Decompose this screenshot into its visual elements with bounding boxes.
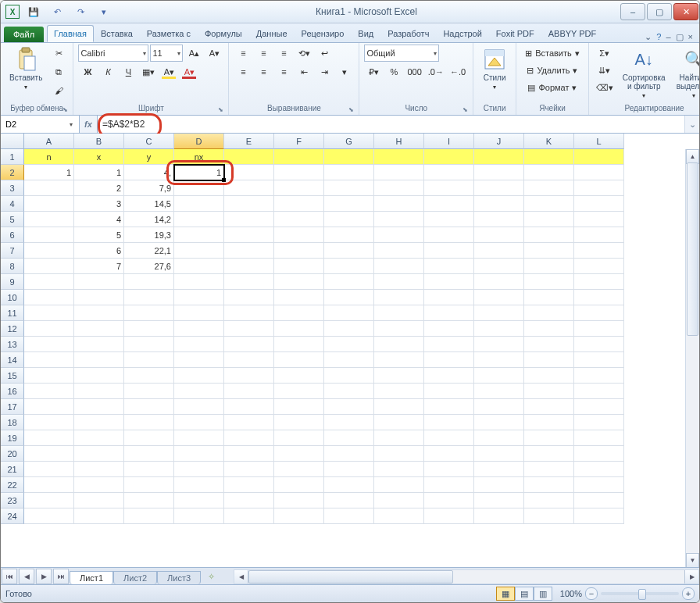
cell[interactable] bbox=[324, 196, 374, 212]
cell[interactable] bbox=[174, 196, 224, 212]
hscroll-thumb[interactable] bbox=[248, 570, 453, 583]
cell[interactable] bbox=[24, 212, 74, 227]
cell[interactable] bbox=[474, 368, 524, 384]
cell[interactable] bbox=[324, 180, 374, 196]
scroll-right-button[interactable]: ▶ bbox=[684, 570, 698, 583]
cell[interactable] bbox=[324, 446, 374, 462]
cell[interactable] bbox=[274, 415, 324, 430]
delete-cells-button[interactable]: ⊟ Удалить▾ bbox=[521, 62, 584, 79]
cell[interactable] bbox=[424, 196, 474, 212]
cell[interactable] bbox=[574, 180, 624, 196]
column-header[interactable]: A bbox=[24, 134, 74, 149]
cell[interactable] bbox=[274, 212, 324, 227]
name-box[interactable]: ▾ bbox=[1, 116, 80, 133]
cell[interactable] bbox=[24, 415, 74, 430]
ribbon-minimize-icon[interactable]: ⌄ bbox=[645, 32, 652, 42]
row-header[interactable]: 24 bbox=[1, 508, 24, 524]
cell[interactable] bbox=[174, 399, 224, 415]
wrap-text-button[interactable]: ↩ bbox=[315, 45, 334, 62]
cell[interactable] bbox=[224, 165, 274, 180]
cell[interactable] bbox=[24, 446, 74, 462]
tab-рецензиро[interactable]: Рецензиро bbox=[295, 25, 352, 42]
italic-button[interactable]: К bbox=[98, 63, 117, 80]
column-header[interactable]: K bbox=[524, 134, 574, 149]
sheet-tab[interactable]: Лист2 bbox=[113, 571, 157, 584]
cell[interactable] bbox=[24, 196, 74, 212]
sort-filter-button[interactable]: A↓ Сортировка и фильтр▾ bbox=[619, 45, 670, 102]
cell[interactable] bbox=[174, 477, 224, 493]
cell[interactable] bbox=[124, 462, 174, 477]
cell[interactable] bbox=[74, 290, 124, 305]
cell[interactable] bbox=[124, 415, 174, 430]
cell[interactable] bbox=[274, 384, 324, 399]
cell[interactable] bbox=[424, 337, 474, 352]
cell[interactable] bbox=[374, 368, 424, 384]
cell[interactable] bbox=[24, 290, 74, 305]
cell[interactable] bbox=[324, 399, 374, 415]
cell[interactable] bbox=[174, 508, 224, 524]
cell[interactable] bbox=[374, 477, 424, 493]
cell[interactable] bbox=[274, 477, 324, 493]
cell[interactable]: 1 bbox=[174, 165, 224, 180]
cell[interactable] bbox=[24, 384, 74, 399]
cell[interactable] bbox=[574, 243, 624, 259]
cell[interactable] bbox=[324, 477, 374, 493]
cell[interactable] bbox=[74, 446, 124, 462]
cell[interactable] bbox=[524, 352, 574, 368]
cell[interactable] bbox=[524, 274, 574, 290]
sheet-tab[interactable]: Лист3 bbox=[157, 571, 201, 584]
row-header[interactable]: 15 bbox=[1, 368, 24, 384]
format-painter-button[interactable]: 🖌 bbox=[49, 82, 68, 99]
qat-customize-button[interactable]: ▾ bbox=[95, 5, 113, 19]
cell[interactable] bbox=[174, 290, 224, 305]
cell[interactable] bbox=[224, 399, 274, 415]
cell[interactable] bbox=[174, 415, 224, 430]
cell[interactable] bbox=[24, 493, 74, 508]
increase-decimal-button[interactable]: .0→ bbox=[426, 63, 446, 80]
cell[interactable] bbox=[274, 227, 324, 243]
tab-foxit pdf[interactable]: Foxit PDF bbox=[489, 25, 541, 42]
cell[interactable] bbox=[274, 399, 324, 415]
mdi-close-icon[interactable]: × bbox=[688, 32, 693, 42]
cell[interactable] bbox=[424, 259, 474, 274]
cell[interactable] bbox=[524, 305, 574, 321]
cell[interactable] bbox=[474, 446, 524, 462]
cell[interactable] bbox=[274, 508, 324, 524]
cell[interactable] bbox=[274, 305, 324, 321]
row-header[interactable]: 21 bbox=[1, 462, 24, 477]
cell[interactable] bbox=[424, 508, 474, 524]
cell[interactable] bbox=[574, 368, 624, 384]
cell[interactable] bbox=[574, 337, 624, 352]
cell[interactable] bbox=[424, 290, 474, 305]
cell[interactable] bbox=[324, 149, 374, 165]
row-header[interactable]: 17 bbox=[1, 399, 24, 415]
cell[interactable] bbox=[474, 337, 524, 352]
cell[interactable] bbox=[374, 259, 424, 274]
currency-button[interactable]: ₽▾ bbox=[364, 63, 383, 80]
zoom-out-button[interactable]: − bbox=[585, 587, 598, 600]
cell[interactable] bbox=[374, 305, 424, 321]
cell[interactable] bbox=[424, 165, 474, 180]
cell[interactable]: nx bbox=[174, 149, 224, 165]
align-top-button[interactable]: ≡ bbox=[234, 45, 252, 62]
cell[interactable] bbox=[124, 399, 174, 415]
cell[interactable] bbox=[74, 368, 124, 384]
grow-font-button[interactable]: A▴ bbox=[184, 45, 203, 62]
row-header[interactable]: 20 bbox=[1, 446, 24, 462]
cell[interactable] bbox=[424, 493, 474, 508]
cell[interactable] bbox=[524, 399, 574, 415]
cell[interactable] bbox=[224, 290, 274, 305]
cell[interactable] bbox=[524, 212, 574, 227]
view-layout-button[interactable]: ▤ bbox=[515, 587, 534, 601]
cell[interactable] bbox=[424, 399, 474, 415]
cell[interactable] bbox=[224, 462, 274, 477]
sheet-nav-first[interactable]: ⏮ bbox=[2, 569, 17, 584]
cell[interactable] bbox=[574, 352, 624, 368]
autosum-button[interactable]: Σ▾ bbox=[594, 45, 616, 62]
cell[interactable] bbox=[74, 305, 124, 321]
cell[interactable]: 7 bbox=[74, 259, 124, 274]
cell[interactable] bbox=[174, 462, 224, 477]
close-button[interactable]: ✕ bbox=[673, 3, 698, 20]
cell[interactable] bbox=[124, 368, 174, 384]
cell[interactable] bbox=[574, 462, 624, 477]
